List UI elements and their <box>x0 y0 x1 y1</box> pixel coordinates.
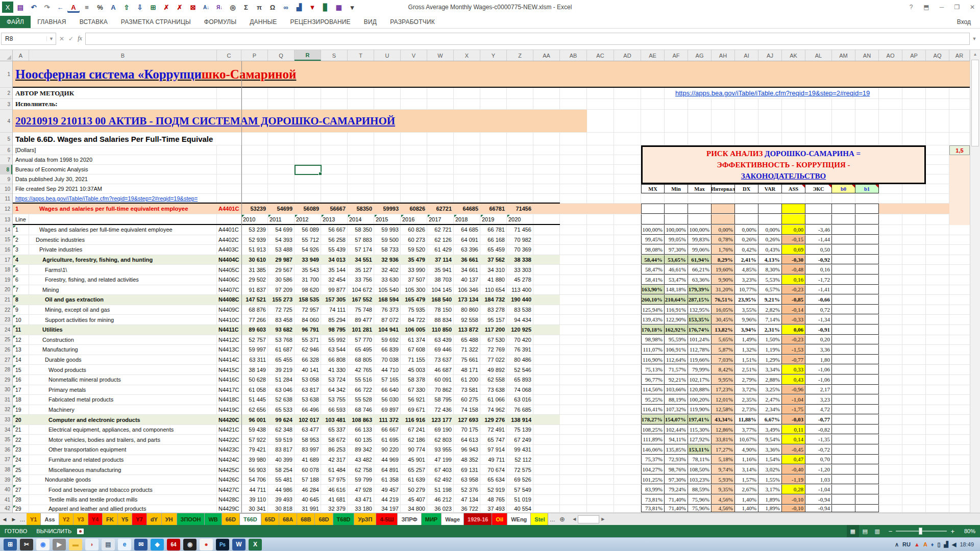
value-cell[interactable]: 65 495 <box>348 345 374 355</box>
stats-cell[interactable]: 8,42% <box>712 365 735 374</box>
series-code-cell[interactable]: N4423C <box>217 445 241 455</box>
value-cell[interactable]: 52 638 <box>268 395 295 405</box>
value-cell[interactable]: 56 903 <box>241 465 268 474</box>
sheet-tab-Wage[interactable]: Wage <box>442 513 464 525</box>
value-cell[interactable]: 39 980 <box>241 455 268 465</box>
red-row-value[interactable]: 62721 <box>427 204 454 214</box>
value-cell[interactable]: 31 991 <box>295 505 321 512</box>
series-code-cell[interactable]: N4409C <box>217 305 241 315</box>
value-cell[interactable]: 147 521 <box>241 295 268 305</box>
b0-cell[interactable] <box>832 495 855 505</box>
stats-cell[interactable]: 3,49% <box>758 425 782 435</box>
stats-cell[interactable]: 115,30% <box>688 425 712 435</box>
stats-cell[interactable]: -0,94 <box>805 505 832 512</box>
b1-cell[interactable] <box>855 505 879 512</box>
series-code-cell[interactable]: N4408C <box>217 295 241 305</box>
series-code-cell[interactable]: N4429C <box>217 505 241 512</box>
stats-cell[interactable]: 9,54% <box>758 435 782 444</box>
value-cell[interactable]: 34 310 <box>480 265 507 274</box>
stats-cell[interactable]: 0,16 <box>805 265 832 274</box>
value-cell[interactable]: 66 496 <box>295 405 321 415</box>
stats-cell[interactable]: -1,04 <box>805 485 832 494</box>
value-cell[interactable]: 74 111 <box>321 305 348 315</box>
stats-cell[interactable]: 2,79% <box>735 375 758 385</box>
series-code-cell[interactable]: N4413C <box>217 345 241 355</box>
value-cell[interactable]: 62 803 <box>427 435 454 444</box>
value-cell[interactable]: 64 685 <box>454 225 480 235</box>
stats-cell[interactable]: 97,30% <box>665 245 688 255</box>
year-header-2020[interactable]: 2020 <box>507 214 533 224</box>
value-cell[interactable]: 92 558 <box>454 315 480 324</box>
stats-empty-cell[interactable] <box>782 214 805 224</box>
industry-label[interactable]: Motor vehicles, bodies and trailers, and… <box>29 435 217 444</box>
value-cell[interactable]: 33 756 <box>348 275 374 285</box>
word-icon[interactable]: W <box>232 539 246 550</box>
series-code-cell[interactable]: N4406C <box>217 275 241 285</box>
select-all-corner[interactable] <box>0 50 13 61</box>
year-header-2011[interactable]: 2011 <box>268 214 295 224</box>
series-code-cell[interactable]: N4418C <box>217 395 241 405</box>
line-number-cell[interactable]: 21 <box>13 425 29 435</box>
red-row-label[interactable]: Wages and salaries per full-time equival… <box>29 204 217 214</box>
stats-cell[interactable]: -0,10 <box>782 495 805 505</box>
year-header-2017[interactable]: 2017 <box>427 214 454 224</box>
stats-cell[interactable]: 97,30% <box>665 475 688 485</box>
value-cell[interactable]: 51 198 <box>427 485 454 494</box>
stats-cell[interactable]: 0,00% <box>712 225 735 235</box>
stats-cell[interactable]: 4,72 <box>805 405 832 415</box>
stats-cell[interactable]: 3,94% <box>735 325 758 335</box>
stats-cell[interactable]: 9,35% <box>712 485 735 494</box>
stats-cell[interactable]: 1,89% <box>758 505 782 512</box>
value-cell[interactable]: 63 958 <box>454 475 480 485</box>
value-cell[interactable]: 65 455 <box>268 355 295 365</box>
value-cell[interactable]: 44 986 <box>268 485 295 494</box>
value-cell[interactable]: 56 030 <box>374 395 401 405</box>
stats-cell[interactable]: 148,18% <box>665 285 688 295</box>
industry-label[interactable]: Manufacturing <box>29 345 217 355</box>
column-header-AN[interactable]: AN <box>855 50 879 61</box>
line-number-cell[interactable]: 23 <box>13 445 29 455</box>
value-cell[interactable]: 71 456 <box>507 225 533 235</box>
b1-cell[interactable] <box>855 285 879 295</box>
value-cell[interactable]: 62 558 <box>480 375 507 385</box>
active-cell-R8[interactable] <box>295 165 322 175</box>
value-cell[interactable]: 60 275 <box>454 395 480 405</box>
value-cell[interactable]: 73 638 <box>480 385 507 395</box>
filter-icon[interactable]: ▼ <box>306 2 318 13</box>
red-row-value[interactable]: 58350 <box>348 204 374 214</box>
alarm-tray-icon[interactable]: A <box>923 541 927 547</box>
delete-sheet-icon[interactable]: ⊠ <box>187 2 199 13</box>
column-header-AA[interactable]: AA <box>533 50 560 61</box>
value-cell[interactable]: 77 022 <box>480 355 507 365</box>
industry-label[interactable]: Support activities for mining <box>29 315 217 324</box>
stats-cell[interactable]: -1,06 <box>805 375 832 385</box>
stats-cell[interactable]: 101,25% <box>641 475 665 485</box>
stats-cell[interactable]: 116,91% <box>665 305 688 315</box>
value-cell[interactable]: 52 376 <box>454 485 480 494</box>
value-cell[interactable]: 64 613 <box>454 435 480 444</box>
industry-label[interactable]: Oil and gas extraction <box>29 295 217 305</box>
value-cell[interactable]: 69 446 <box>427 345 454 355</box>
line-number-cell[interactable]: 7 <box>13 285 29 295</box>
value-cell[interactable]: 52 919 <box>480 485 507 494</box>
row-header-20[interactable]: 20 <box>0 285 12 295</box>
value-cell[interactable]: 53 488 <box>268 245 295 255</box>
row-header-27[interactable]: 27 <box>0 355 12 365</box>
value-cell[interactable]: 69 526 <box>507 475 533 485</box>
value-cell[interactable]: 54 706 <box>241 475 268 485</box>
value-cell[interactable]: 94 434 <box>507 315 533 324</box>
value-cell[interactable]: 95 157 <box>480 315 507 324</box>
stats-cell[interactable]: 4,56% <box>712 505 735 512</box>
value-cell[interactable]: 29 987 <box>268 255 295 265</box>
column-header-AJ[interactable]: AJ <box>758 50 782 61</box>
b0-cell[interactable] <box>832 355 855 365</box>
value-cell[interactable]: 55 439 <box>321 245 348 255</box>
value-cell[interactable]: 40 554 <box>507 505 533 512</box>
industry-label[interactable]: Domestic industries <box>29 235 217 245</box>
stats-cell[interactable]: 0,78% <box>712 235 735 245</box>
stats-cell[interactable]: 1,57% <box>735 475 758 485</box>
value-cell[interactable]: 58 350 <box>348 225 374 235</box>
b1-cell[interactable] <box>855 265 879 274</box>
status-calculate[interactable]: ВЫЧИСЛИТЬ <box>32 528 76 534</box>
value-cell[interactable]: 64 091 <box>454 235 480 245</box>
